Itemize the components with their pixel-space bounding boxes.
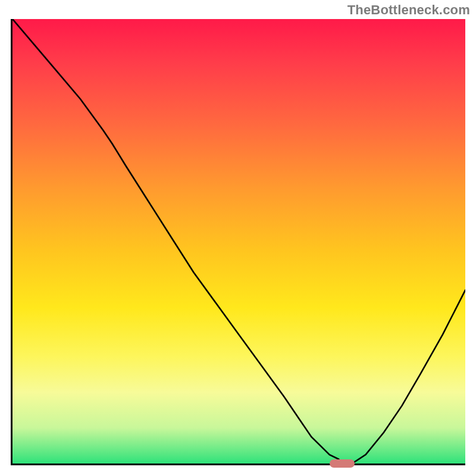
curve-path (12, 19, 465, 464)
line-plot (12, 19, 465, 464)
plot-area (11, 19, 465, 465)
watermark-text: TheBottleneck.com (347, 2, 470, 18)
optimal-marker (330, 459, 355, 468)
chart-container: TheBottleneck.com (0, 0, 476, 476)
